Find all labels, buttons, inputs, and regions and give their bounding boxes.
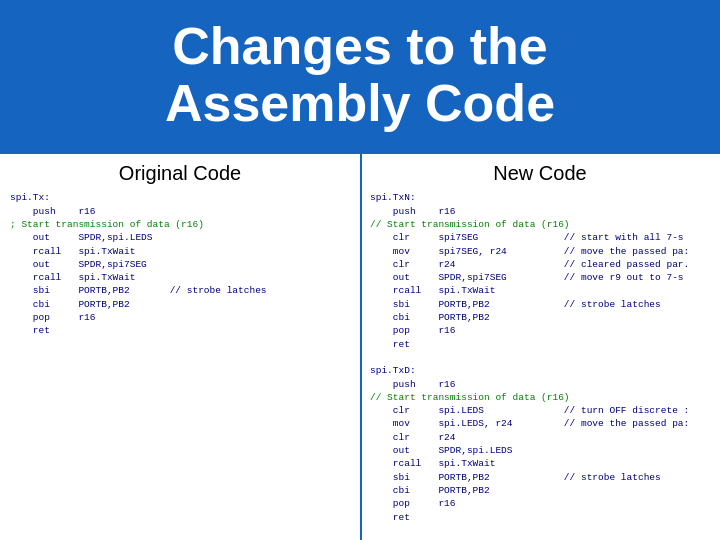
header-line1: Changes to the	[20, 18, 700, 75]
original-code-label: Original Code	[10, 162, 350, 185]
column-divider	[360, 154, 362, 540]
original-code-block: spi.Tx: push r16 ; Start transmission of…	[10, 191, 350, 337]
new-code-block: spi.TxN: push r16 // Start transmission …	[370, 191, 710, 523]
header: Changes to the Assembly Code	[0, 0, 720, 154]
header-line2: Assembly Code	[20, 75, 700, 132]
content-area: Original Code spi.Tx: push r16 ; Start t…	[0, 154, 720, 540]
left-column: Original Code spi.Tx: push r16 ; Start t…	[0, 154, 360, 540]
new-code-label: New Code	[370, 162, 710, 185]
right-column: New Code spi.TxN: push r16 // Start tran…	[360, 154, 720, 540]
